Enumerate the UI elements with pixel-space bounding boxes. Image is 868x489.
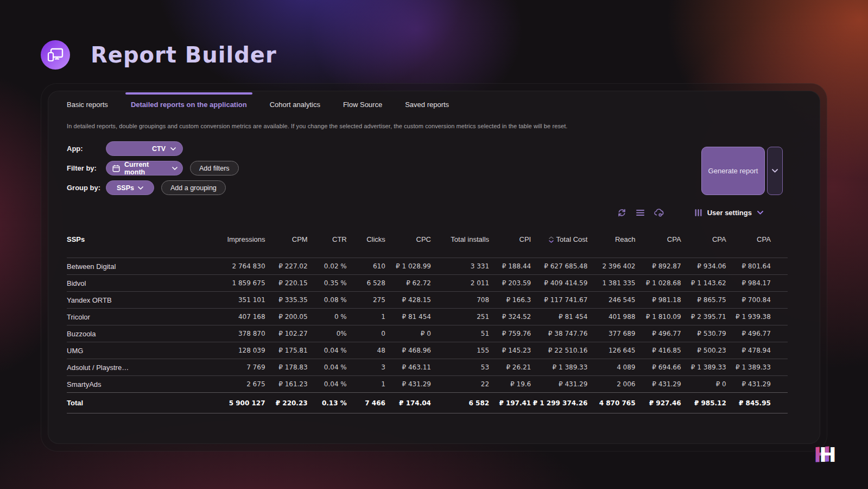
column-header-cpi[interactable]: CPI (489, 235, 531, 258)
user-settings-label: User settings (707, 209, 752, 217)
cell-value: ₽ 694.66 (636, 359, 681, 376)
cell-value: 0 % (308, 309, 347, 325)
cell-value: 22 (431, 376, 489, 393)
cell-value: ₽ 985.12 (681, 393, 726, 413)
column-header-cpa[interactable]: CPA (636, 235, 681, 258)
add-filters-button[interactable]: Add filters (190, 161, 239, 175)
cell-value: 378 870 (209, 325, 265, 342)
column-header-ctr[interactable]: CTR (308, 235, 347, 258)
table-row: Adsolut / Playstre…7 769₽ 178.830.04 %3₽… (67, 359, 788, 376)
cell-value: ₽ 530.79 (681, 325, 726, 342)
cell-value: 155 (431, 342, 489, 359)
cell-value: 351 101 (209, 292, 265, 309)
cell-value: 2 764 830 (209, 258, 265, 275)
cell-value: ₽ 431.29 (726, 376, 771, 393)
cloud-settings-icon[interactable] (654, 208, 664, 217)
column-header-cpa[interactable]: CPA (726, 235, 771, 258)
table-body: Between Digital2 764 830₽ 227.020.02 %61… (67, 258, 788, 413)
column-header-reach[interactable]: Reach (587, 235, 635, 258)
cell-value: 407 168 (209, 309, 265, 325)
tab-saved-reports[interactable]: Saved reports (405, 101, 449, 109)
hamburger-icon[interactable] (636, 209, 644, 216)
sort-desc-icon (549, 236, 554, 243)
add-grouping-button[interactable]: Add a grouping (161, 180, 226, 195)
row-name: Adsolut / Playstre… (67, 359, 209, 376)
cell-value: 4 870 765 (587, 393, 635, 413)
table-row: UMG128 039₽ 175.810.04 %48₽ 468.96155₽ 1… (67, 342, 788, 359)
cell-value: ₽ 428.15 (385, 292, 431, 309)
column-header-cpm[interactable]: CPM (265, 235, 308, 258)
column-header-ssps[interactable]: SSPs (67, 235, 209, 258)
row-name: Total (67, 393, 209, 413)
cell-value: ₽ 220.23 (265, 393, 308, 413)
cell-value: ₽ 1 143.62 (681, 275, 726, 292)
column-header-total-installs[interactable]: Total installs (431, 235, 489, 258)
cell-value: ₽ 984.17 (726, 275, 771, 292)
cell-value: ₽ 0 (385, 325, 431, 342)
cell-value: ₽ 1 389.33 (531, 359, 587, 376)
cell-value: ₽ 19.6 (489, 376, 531, 393)
cell-value: ₽ 463.11 (385, 359, 431, 376)
columns-icon (695, 209, 702, 217)
row-name: Bidvol (67, 275, 209, 292)
date-range-select[interactable]: Current month (106, 161, 183, 175)
group-by-value: SSPs (117, 184, 134, 192)
table-toolbar: User settings (67, 206, 801, 219)
row-name: Tricolor (67, 309, 209, 325)
cell-value: ₽ 102.27 (265, 325, 308, 342)
cell-value: 2 006 (587, 376, 635, 393)
cell-value: 3 (347, 359, 385, 376)
chevron-down-icon (138, 186, 143, 190)
tab-basic-reports[interactable]: Basic reports (67, 101, 108, 109)
refresh-icon[interactable] (617, 208, 626, 217)
column-header-total-cost[interactable]: Total Cost (531, 235, 587, 258)
column-header-clicks[interactable]: Clicks (347, 235, 385, 258)
cell-value: 610 (347, 258, 385, 275)
cell-value: ₽ 431.29 (531, 376, 587, 393)
page-title: Report Builder (91, 42, 277, 67)
cell-value: ₽ 1 810.09 (636, 309, 681, 325)
cell-value: 7 466 (347, 393, 385, 413)
tab-detailed-reports-on-the-application[interactable]: Detailed reports on the application (131, 101, 247, 109)
cell-value: ₽ 81 454 (385, 309, 431, 325)
cell-value: ₽ 1 389.33 (726, 359, 771, 376)
generate-report-button[interactable]: Generate report (701, 147, 765, 195)
cell-value: 0.13 % (308, 393, 347, 413)
cell-value: 2 396 402 (587, 258, 635, 275)
cell-value: ₽ 801.64 (726, 258, 771, 275)
row-name: Between Digital (67, 258, 209, 275)
generate-report-dropdown[interactable] (767, 147, 783, 195)
group-by-label: Group by: (67, 184, 106, 192)
cell-value: ₽ 161.23 (265, 376, 308, 393)
cell-value: 2 011 (431, 275, 489, 292)
column-header-cpa[interactable]: CPA (681, 235, 726, 258)
cell-value: 6 528 (347, 275, 385, 292)
column-header-cpc[interactable]: CPC (385, 235, 431, 258)
column-header-impressions[interactable]: Impressions (209, 235, 265, 258)
app-select[interactable]: CTV (106, 141, 183, 156)
cell-value: ₽ 1 028.68 (636, 275, 681, 292)
h-brand-logo: H H (812, 438, 839, 468)
cell-value: 708 (431, 292, 489, 309)
cell-value: ₽ 934.06 (681, 258, 726, 275)
date-range-value: Current month (123, 161, 169, 176)
cell-value: ₽ 2 395.71 (681, 309, 726, 325)
cell-value: ₽ 197.41 (489, 393, 531, 413)
cell-value: 0.02 % (308, 258, 347, 275)
tab-cohort-analytics[interactable]: Cohort analytics (270, 101, 320, 109)
cell-value: 246 545 (587, 292, 635, 309)
cell-value: ₽ 496.77 (726, 325, 771, 342)
tab-bar: Basic reportsDetailed reports on the app… (67, 91, 801, 117)
row-name: Buzzoola (67, 325, 209, 342)
cell-value: ₽ 38 747.76 (531, 325, 587, 342)
table-row: SmartyAds2 675₽ 161.230.04 %1₽ 431.2922₽… (67, 376, 788, 393)
cell-value: ₽ 62.72 (385, 275, 431, 292)
user-settings-dropdown[interactable]: User settings (695, 209, 763, 217)
cell-value: 6 582 (431, 393, 489, 413)
tab-flow-source[interactable]: Flow Source (343, 101, 382, 109)
cell-value: ₽ 175.81 (265, 342, 308, 359)
generate-report-group: Generate report (701, 147, 783, 195)
group-by-select[interactable]: SSPs (106, 180, 154, 195)
cell-value: ₽ 1 028.99 (385, 258, 431, 275)
report-table: SSPsImpressionsCPMCTRClicksCPCTotal inst… (67, 235, 788, 413)
